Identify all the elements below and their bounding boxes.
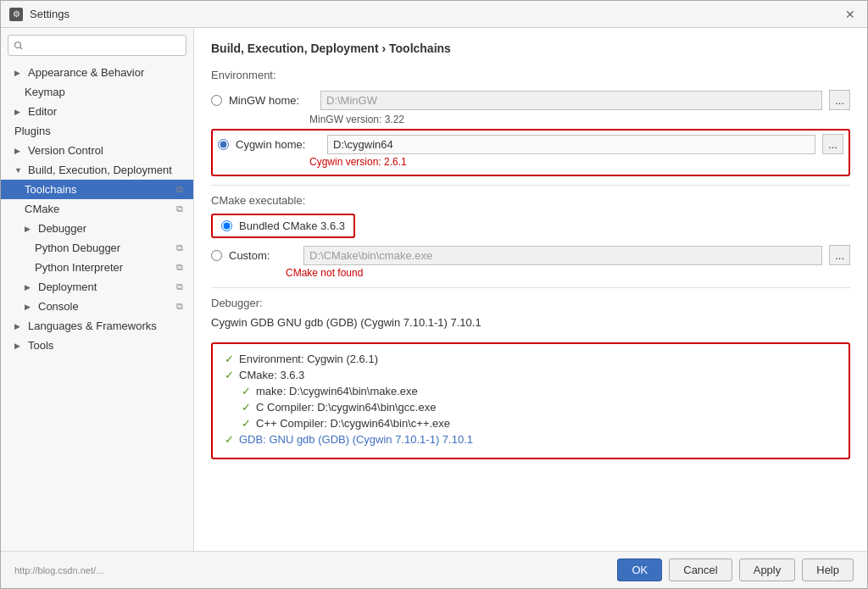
cygwin-browse-button[interactable]: ... [822, 134, 843, 154]
cmake-bundled-section: Bundled CMake 3.6.3 [211, 214, 850, 238]
sidebar-item-languages[interactable]: Languages & Frameworks [1, 316, 193, 336]
search-input[interactable] [8, 35, 186, 56]
make-check-icon: ✓ [242, 385, 251, 397]
breadcrumb: Build, Execution, Deployment › Toolchain… [211, 42, 850, 55]
divider-1 [211, 185, 850, 186]
mingw-path-input[interactable] [320, 91, 822, 110]
status-c-compiler: ✓ C Compiler: D:\cygwin64\bin\gcc.exe [225, 401, 837, 414]
mingw-radio[interactable] [211, 95, 222, 106]
sidebar-item-python-debugger[interactable]: Python Debugger ⧉ [1, 238, 193, 258]
cygwin-selected-section: Cygwin home: ... Cygwin version: 2.6.1 [211, 129, 850, 176]
environment-label: Environment: [211, 69, 850, 81]
mingw-label[interactable]: MinGW home: [229, 94, 314, 107]
apply-button[interactable]: Apply [739, 558, 796, 581]
c-text: C Compiler: D:\cygwin64\bin\gcc.exe [256, 401, 436, 414]
sidebar-item-version-control[interactable]: Version Control [1, 141, 193, 160]
cygwin-version-text: Cygwin version: 2.6.1 [309, 156, 843, 168]
cygwin-radio[interactable] [218, 139, 229, 150]
sidebar-item-deployment[interactable]: Deployment ⧉ [1, 277, 193, 297]
debugger-section-label: Debugger: [211, 297, 850, 309]
env-text: Environment: Cygwin (2.6.1) [239, 353, 378, 365]
bundled-cmake-radio[interactable] [221, 220, 232, 231]
footer: http://blog.csdn.net/... OK Cancel Apply… [1, 551, 867, 588]
sidebar-item-appearance[interactable]: Appearance & Behavior [1, 63, 193, 82]
custom-cmake-radio[interactable] [211, 250, 222, 261]
custom-cmake-path-input[interactable] [303, 246, 822, 265]
settings-icon: ⚙ [9, 8, 23, 21]
sidebar-item-console[interactable]: Console ⧉ [1, 297, 193, 316]
cpp-text: C++ Compiler: D:\cygwin64\bin\c++.exe [256, 417, 450, 430]
sidebar-item-debugger[interactable]: Debugger [1, 219, 193, 238]
copy-icon-python-debugger: ⧉ [176, 242, 183, 253]
divider-2 [211, 287, 850, 288]
mingw-version-text: MinGW version: 3.22 [309, 114, 850, 125]
sidebar-item-cmake[interactable]: CMake ⧉ [1, 199, 193, 219]
help-button[interactable]: Help [802, 558, 854, 581]
footer-url: http://blog.csdn.net/... [14, 565, 610, 575]
copy-icon-python-interpreter: ⧉ [176, 262, 183, 273]
search-box[interactable] [8, 35, 186, 56]
title-bar: ⚙ Settings ✕ [1, 1, 867, 28]
debugger-text: Cygwin GDB GNU gdb (GDB) (Cygwin 7.10.1-… [211, 316, 850, 329]
status-make: ✓ make: D:\cygwin64\bin\make.exe [225, 385, 837, 397]
sidebar: Appearance & Behavior Keymap Editor Plug… [1, 28, 194, 551]
copy-icon-toolchains: ⧉ [176, 184, 183, 195]
status-env: ✓ Environment: Cygwin (2.6.1) [225, 353, 837, 365]
sidebar-item-toolchains[interactable]: Toolchains ⧉ [1, 180, 193, 199]
cmake-check-icon: ✓ [225, 369, 234, 381]
env-check-icon: ✓ [225, 353, 234, 365]
custom-cmake-label[interactable]: Custom: [229, 249, 297, 262]
cygwin-row: Cygwin home: ... [218, 134, 843, 154]
sidebar-item-build-execution[interactable]: Build, Execution, Deployment [1, 160, 193, 180]
sidebar-item-python-interpreter[interactable]: Python Interpreter ⧉ [1, 258, 193, 277]
main-content: Appearance & Behavior Keymap Editor Plug… [1, 28, 867, 551]
bundled-cmake-row: Bundled CMake 3.6.3 [211, 214, 355, 238]
bundled-cmake-label[interactable]: Bundled CMake 3.6.3 [239, 219, 345, 232]
cygwin-label[interactable]: Cygwin home: [236, 138, 320, 151]
sidebar-item-keymap[interactable]: Keymap [1, 82, 193, 102]
custom-cmake-row: Custom: ... [211, 245, 850, 265]
status-cmake: ✓ CMake: 3.6.3 [225, 369, 837, 381]
c-check-icon: ✓ [242, 401, 251, 414]
copy-icon-console: ⧉ [176, 301, 183, 312]
status-gdb: ✓ GDB: GNU gdb (GDB) (Cygwin 7.10.1-1) 7… [225, 433, 837, 446]
copy-icon-deployment: ⧉ [176, 281, 183, 292]
settings-window: ⚙ Settings ✕ Appearance & Behavior Keyma… [0, 0, 868, 589]
sidebar-item-editor[interactable]: Editor [1, 102, 193, 121]
cmake-text: CMake: 3.6.3 [239, 369, 304, 381]
close-button[interactable]: ✕ [842, 6, 859, 23]
cmake-not-found-text: CMake not found [286, 267, 850, 279]
sidebar-item-plugins[interactable]: Plugins [1, 121, 193, 141]
custom-cmake-browse-button[interactable]: ... [829, 245, 850, 265]
gdb-text: GDB: GNU gdb (GDB) (Cygwin 7.10.1-1) 7.1… [239, 433, 473, 446]
gdb-check-icon: ✓ [225, 433, 234, 446]
copy-icon-cmake: ⧉ [176, 203, 183, 214]
make-text: make: D:\cygwin64\bin\make.exe [256, 385, 418, 397]
cpp-check-icon: ✓ [242, 417, 251, 430]
cmake-label: CMake executable: [211, 194, 850, 207]
sidebar-item-tools[interactable]: Tools [1, 336, 193, 355]
mingw-row: MinGW home: ... [211, 90, 850, 110]
cancel-button[interactable]: Cancel [669, 558, 732, 581]
status-box: ✓ Environment: Cygwin (2.6.1) ✓ CMake: 3… [211, 342, 850, 459]
cygwin-path-input[interactable] [327, 135, 815, 154]
window-title: Settings [30, 8, 70, 20]
content-area: Build, Execution, Deployment › Toolchain… [194, 28, 867, 551]
ok-button[interactable]: OK [617, 558, 662, 581]
mingw-browse-button[interactable]: ... [829, 90, 850, 110]
title-bar-left: ⚙ Settings [9, 8, 70, 21]
status-cpp-compiler: ✓ C++ Compiler: D:\cygwin64\bin\c++.exe [225, 417, 837, 430]
